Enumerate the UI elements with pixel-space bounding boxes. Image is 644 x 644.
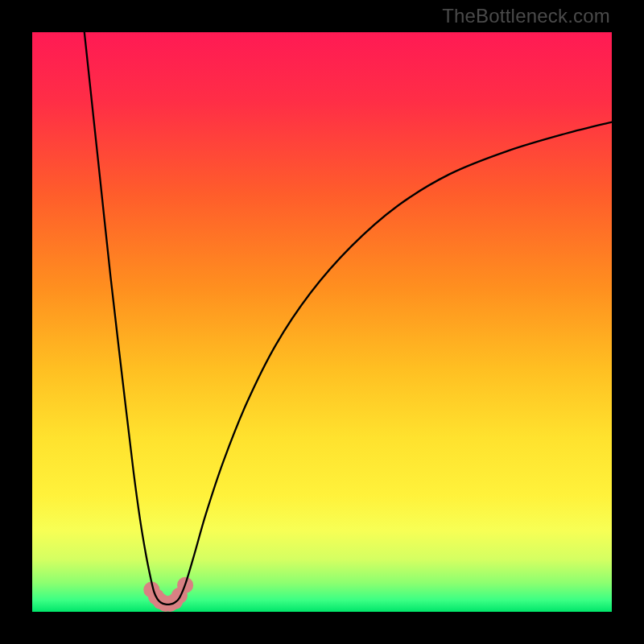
watermark-text: TheBottleneck.com	[442, 5, 610, 27]
curve-path	[85, 32, 612, 605]
bottleneck-curve	[32, 32, 612, 612]
plot-area	[32, 32, 612, 612]
chart-frame: TheBottleneck.com	[0, 0, 644, 644]
